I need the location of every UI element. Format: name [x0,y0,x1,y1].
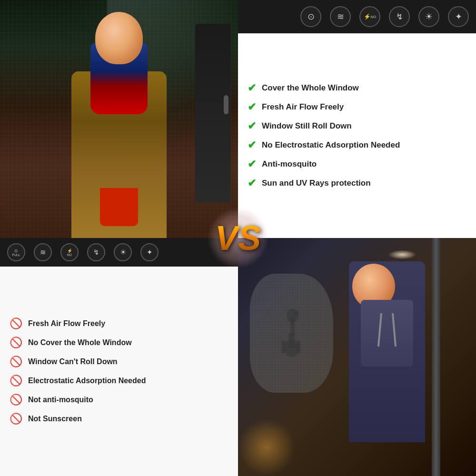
feature-text-4: No Electrostatic Adsorption Needed [262,140,400,150]
svg-rect-6 [294,311,296,316]
check-icon-1: ✔ [248,82,256,94]
lamp-glow [238,419,295,476]
feature-item-1: ✔ Cover the Whole Window [248,82,466,94]
sun2-icon-bl: ☀ [114,243,132,261]
features-panel: ⊙ ≋ ⚡NO ↯ ☀ ✦ ✔ Cover the Whole Window ✔… [238,0,476,238]
competitor-photo [238,238,476,476]
cross-icon-4: 🚫 [10,375,22,387]
mosquito-icon: ✦ [448,6,469,27]
vs-badge: VS [200,209,276,267]
bug-icon-bl: ✦ [140,243,159,261]
feature-text-3: Window Still Roll Down [262,121,352,131]
svg-rect-2 [282,341,286,353]
check-icon-2: ✔ [248,101,256,113]
feature-text-2: Fresh Air Flow Freely [262,102,344,112]
cross-icon-1: 🚫 [10,317,22,330]
no-static-icon: ⚡NO [359,6,380,27]
con-text-5: Not anti-mosquito [28,396,93,404]
giraffe-silhouette-icon [267,298,317,369]
con-item-5: 🚫 Not anti-mosquito [10,394,228,406]
sun-icon: ☀ [418,6,439,27]
feature-item-5: ✔ Anti-mosquito [248,158,466,170]
full-coverage-icon: ⊙ [300,6,321,27]
icons-bar-top: ⊙ ≋ ⚡NO ↯ ☀ ✦ [238,0,476,33]
feature-item-2: ✔ Fresh Air Flow Freely [248,101,466,113]
con-item-1: 🚫 Fresh Air Flow Freely [10,317,228,330]
block-icon-bl: ↯ [87,243,105,261]
con-text-2: No Cover the Whole Window [28,338,132,347]
feature-text-6: Sun and UV Rays protection [262,178,371,188]
feature-text-5: Anti-mosquito [262,159,317,169]
con-item-2: 🚫 No Cover the Whole Window [10,337,228,349]
check-icon-3: ✔ [248,120,256,132]
con-text-3: Window Can't Roll Down [28,357,118,366]
sleeping-child-figure [321,250,452,476]
cons-panel: ⊙FULL ≋ ⚡NO ↯ ☀ ✦ 🚫 Fresh Air Flow Freel… [0,238,238,476]
heat-icon-bl: ≋ [34,243,52,261]
no-icon-bl: ⚡NO [60,243,79,261]
feature-text-1: Cover the Whole Window [262,83,359,93]
check-icon-5: ✔ [248,158,256,170]
feature-item-6: ✔ Sun and UV Rays protection [248,177,466,189]
full-icon-bl: ⊙FULL [7,243,25,261]
cross-icon-2: 🚫 [10,337,22,349]
con-text-6: Not Sunscreen [28,415,82,423]
con-text-1: Fresh Air Flow Freely [28,319,105,328]
svg-rect-7 [297,311,298,316]
feature-item-4: ✔ No Electrostatic Adsorption Needed [248,139,466,151]
vs-label: VS [215,218,261,258]
cross-icon-6: 🚫 [10,413,22,425]
con-item-3: 🚫 Window Can't Roll Down [10,356,228,368]
comparison-container: ⊙ ≋ ⚡NO ↯ ☀ ✦ ✔ Cover the Whole Window ✔… [0,0,476,476]
cross-icon-3: 🚫 [10,356,22,368]
check-icon-4: ✔ [248,139,256,151]
sun-shade-mesh [250,274,333,393]
check-icon-6: ✔ [248,177,256,189]
roll-down-icon: ↯ [389,6,410,27]
con-item-4: 🚫 Electrostatic Adsorption Needed [10,375,228,387]
con-text-4: Electrostatic Adsorption Needed [28,377,146,385]
svg-rect-3 [297,341,300,353]
cons-list: 🚫 Fresh Air Flow Freely 🚫 No Cover the W… [0,267,238,476]
product-photo-top [0,0,238,238]
feature-item-3: ✔ Window Still Roll Down [248,120,466,132]
features-list: ✔ Cover the Whole Window ✔ Fresh Air Flo… [238,33,476,238]
air-flow-icon: ≋ [330,6,351,27]
cross-icon-5: 🚫 [10,394,22,406]
con-item-6: 🚫 Not Sunscreen [10,413,228,425]
